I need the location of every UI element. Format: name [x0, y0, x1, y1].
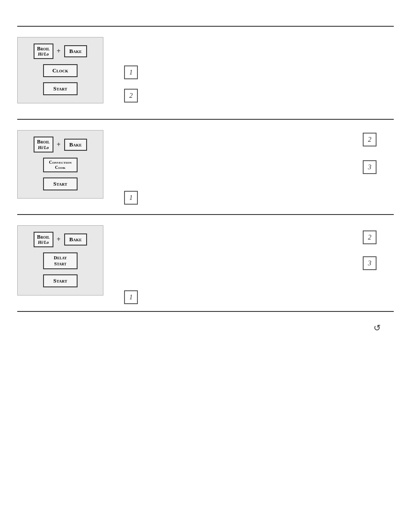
broil-button-1[interactable]: Broil Hi/Lo: [34, 44, 53, 59]
step-3-2: 2: [363, 230, 377, 244]
section-1: Broil Hi/Lo + Bake Clock Start 1 2: [17, 26, 394, 119]
clock-button[interactable]: Clock: [43, 64, 78, 77]
plus-sign-1: +: [57, 47, 61, 55]
plus-sign-3: +: [57, 236, 61, 243]
delay-start-button[interactable]: Delay Start: [43, 252, 78, 269]
step-2-below: 1: [124, 191, 138, 205]
step-1-1: 1: [124, 65, 138, 79]
broil-button-2[interactable]: Broil Hi/Lo: [34, 137, 53, 152]
step-1-2: 2: [124, 89, 138, 103]
step-3-3: 3: [363, 256, 377, 270]
bake-button-1[interactable]: Bake: [64, 45, 87, 57]
section-3: Broil Hi/Lo + Bake Delay Start Start 1 2…: [17, 214, 394, 311]
panel-2-row1: Broil Hi/Lo + Bake: [25, 137, 96, 152]
plus-sign-2: +: [57, 141, 61, 149]
start-button-3[interactable]: Start: [43, 274, 78, 287]
footer-section: ↺: [17, 311, 394, 337]
step-2-3: 3: [363, 160, 377, 174]
bake-button-3[interactable]: Bake: [64, 233, 87, 246]
panel-1: Broil Hi/Lo + Bake Clock Start: [17, 37, 103, 103]
step-2-2: 2: [363, 133, 377, 146]
broil-button-3[interactable]: Broil Hi/Lo: [34, 232, 53, 247]
steps-right-2: 2 3: [363, 133, 377, 174]
panel-2: Broil Hi/Lo + Bake Convection Cook Start: [17, 130, 103, 198]
start-button-2[interactable]: Start: [43, 177, 78, 190]
convection-cook-button[interactable]: Convection Cook: [43, 158, 78, 172]
steps-right-3: 2 3: [363, 230, 377, 270]
steps-col-1: 1 2: [124, 65, 138, 103]
panel-1-row1: Broil Hi/Lo + Bake: [25, 44, 96, 59]
panel-3: Broil Hi/Lo + Bake Delay Start Start: [17, 225, 103, 296]
start-button-1[interactable]: Start: [43, 82, 78, 95]
bake-button-2[interactable]: Bake: [64, 139, 87, 151]
recycle-icon: ↺: [374, 323, 381, 333]
step-2-1: 1: [124, 191, 138, 205]
step-3-below: 1: [124, 290, 138, 304]
panel-3-row1: Broil Hi/Lo + Bake: [25, 232, 96, 247]
page: Broil Hi/Lo + Bake Clock Start 1 2 Broil…: [0, 0, 411, 355]
step-3-1: 1: [124, 290, 138, 304]
section-2: Broil Hi/Lo + Bake Convection Cook Start…: [17, 119, 394, 214]
